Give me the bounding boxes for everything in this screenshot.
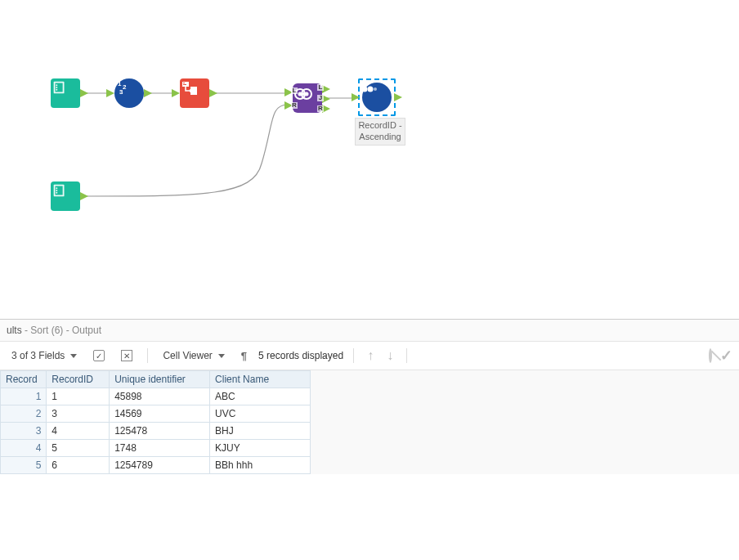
- svg-point-21: [305, 92, 309, 96]
- cell-unique-identifier[interactable]: 1254789: [110, 457, 210, 474]
- table-row[interactable]: 451748KJUY: [1, 440, 311, 457]
- svg-point-24: [368, 87, 374, 92]
- sort-icon: [362, 83, 392, 112]
- results-panel: ults - Sort (6) - Output 3 of 3 Fields ✓…: [0, 319, 739, 474]
- svg-point-3: [56, 87, 57, 88]
- table-row[interactable]: 561254789BBh hhh: [1, 457, 311, 474]
- cell-recordid[interactable]: 3: [47, 405, 110, 423]
- port-label: L: [291, 87, 298, 94]
- col-header-client-name[interactable]: Client Name: [210, 371, 311, 388]
- svg-point-16: [56, 190, 57, 191]
- cell-unique-identifier[interactable]: 125478: [110, 423, 210, 440]
- chevron-down-icon: [218, 354, 225, 358]
- row-number-cell: 1: [1, 388, 47, 405]
- results-label-fragment: ults: [7, 325, 22, 336]
- svg-point-15: [56, 187, 57, 189]
- cell-unique-identifier[interactable]: 1748: [110, 440, 210, 457]
- node-label-sort: RecordID -Ascending: [355, 118, 405, 146]
- svg-rect-11: [183, 83, 185, 83]
- svg-text:3: 3: [119, 88, 123, 96]
- svg-point-17: [56, 192, 57, 194]
- row-number-cell: 2: [1, 405, 47, 423]
- separator: [406, 348, 407, 363]
- results-panel-header: ults - Sort (6) - Output: [0, 320, 739, 342]
- records-displayed-label: 5 records displayed: [258, 350, 343, 361]
- fields-dropdown[interactable]: 3 of 3 Fields: [7, 348, 82, 363]
- show-whitespace-button[interactable]: ¶: [236, 348, 252, 364]
- cell-client-name[interactable]: KJUY: [210, 440, 311, 457]
- svg-point-4: [56, 89, 57, 91]
- cell-recordid[interactable]: 6: [47, 457, 110, 474]
- go-up-button[interactable]: ↑: [364, 348, 377, 363]
- svg-rect-12: [183, 84, 186, 85]
- col-header-recordid[interactable]: RecordID: [47, 371, 110, 388]
- connection-layer: [0, 0, 739, 319]
- col-header-record[interactable]: Record: [1, 371, 47, 388]
- results-output-label: Output: [72, 325, 101, 336]
- node-join[interactable]: L R L J R: [293, 83, 322, 113]
- svg-point-23: [362, 87, 368, 92]
- col-header-unique-identifier[interactable]: Unique identifier: [110, 371, 210, 388]
- apply-icon[interactable]: ✓: [720, 347, 732, 365]
- table-row[interactable]: 34125478BHJ: [1, 423, 311, 440]
- svg-text:1: 1: [118, 80, 122, 87]
- svg-point-2: [56, 84, 57, 86]
- separator: [147, 348, 148, 363]
- row-number-cell: 4: [1, 440, 47, 457]
- svg-point-22: [302, 92, 305, 96]
- port-label: R: [317, 105, 324, 112]
- results-header-row: Record RecordID Unique identifier Client…: [1, 371, 311, 388]
- results-sort-label: - Sort (6) -: [22, 325, 72, 336]
- pilcrow-icon: ¶: [241, 350, 247, 362]
- node-input-data-1[interactable]: [51, 78, 80, 108]
- row-number-cell: 5: [1, 457, 47, 474]
- cell-unique-identifier[interactable]: 14569: [110, 405, 210, 423]
- cell-client-name[interactable]: ABC: [210, 388, 311, 405]
- cell-unique-identifier[interactable]: 45898: [110, 388, 210, 405]
- record-id-icon: 123: [114, 78, 144, 108]
- node-summarize[interactable]: [180, 78, 209, 108]
- x-box-icon: ✕: [121, 350, 132, 361]
- cell-client-name[interactable]: UVC: [210, 405, 311, 423]
- select-all-fields-button[interactable]: ✓: [88, 348, 110, 363]
- table-row[interactable]: 2314569UVC: [1, 405, 311, 423]
- separator: [353, 348, 354, 363]
- cell-recordid[interactable]: 1: [47, 388, 110, 405]
- deselect-all-fields-button[interactable]: ✕: [116, 348, 137, 363]
- port-label: L: [317, 84, 324, 91]
- workflow-canvas[interactable]: 123 L R L J R: [0, 0, 739, 319]
- node-input-data-2[interactable]: [51, 181, 80, 211]
- cell-recordid[interactable]: 5: [47, 440, 110, 457]
- svg-point-25: [374, 87, 377, 91]
- cancel-icon[interactable]: [709, 350, 712, 361]
- port-label: J: [317, 95, 324, 101]
- cell-client-name[interactable]: BBh hhh: [210, 457, 311, 474]
- summarize-icon: [180, 78, 209, 108]
- svg-text:2: 2: [123, 83, 127, 91]
- input-data-icon: [51, 181, 80, 211]
- cell-recordid[interactable]: 4: [47, 423, 110, 440]
- cell-viewer-dropdown[interactable]: Cell Viewer: [158, 348, 229, 363]
- table-row[interactable]: 1145898ABC: [1, 388, 311, 405]
- chevron-down-icon: [70, 354, 77, 358]
- node-sort-selected[interactable]: [358, 78, 396, 116]
- row-number-cell: 3: [1, 423, 47, 440]
- node-record-id[interactable]: 123: [114, 78, 144, 108]
- port-label: R: [291, 102, 298, 109]
- go-down-button[interactable]: ↓: [383, 348, 396, 363]
- results-toolbar: 3 of 3 Fields ✓ ✕ Cell Viewer ¶ 5 record…: [0, 342, 739, 370]
- svg-point-20: [298, 92, 302, 96]
- cell-client-name[interactable]: BHJ: [210, 423, 311, 440]
- results-table[interactable]: Record RecordID Unique identifier Client…: [0, 370, 311, 474]
- input-data-icon: [51, 78, 80, 108]
- checkbox-icon: ✓: [93, 350, 105, 361]
